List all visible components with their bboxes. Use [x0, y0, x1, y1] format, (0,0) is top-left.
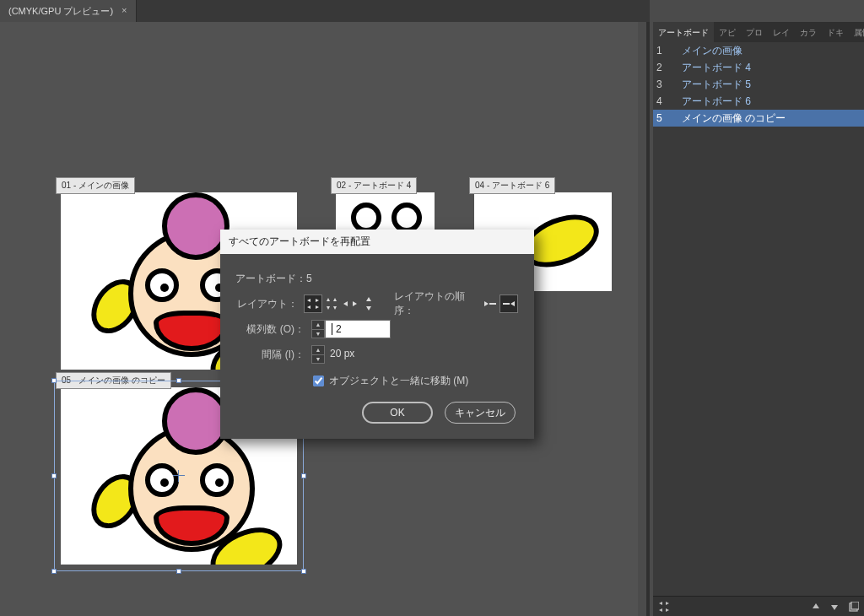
cancel-button[interactable]: キャンセル: [445, 402, 516, 424]
move-artwork-checkbox[interactable]: [313, 376, 324, 386]
artboard-list-row[interactable]: 3アートボード 5: [653, 76, 864, 93]
layout-grid-row-icon[interactable]: [305, 295, 321, 312]
svg-rect-3: [503, 303, 510, 305]
new-artboard-icon[interactable]: [849, 602, 859, 612]
panel-footer: [653, 596, 864, 616]
artboard-name: アートボード 5: [682, 78, 751, 92]
artboard-list-row[interactable]: 2アートボード 4: [653, 59, 864, 76]
artboard-number: 4: [656, 95, 682, 107]
dialog-title: すべてのアートボードを再配置: [220, 230, 534, 254]
order-label: レイアウトの順序：: [394, 289, 477, 318]
panel-tab[interactable]: レイ: [768, 22, 795, 42]
artboard-list-row[interactable]: 4アートボード 6: [653, 93, 864, 110]
document-tab-title: (CMYK/GPU プレビュー): [8, 5, 113, 18]
artboard-number: 5: [656, 112, 682, 124]
move-down-icon[interactable]: [830, 602, 839, 611]
artboard-label[interactable]: 01 - メインの画像: [56, 177, 135, 194]
selection-handle[interactable]: [51, 378, 57, 383]
chevron-up-icon[interactable]: ▲: [312, 346, 324, 355]
artboard-name: メインの画像 のコピー: [682, 111, 786, 126]
spacing-input[interactable]: 20 px: [325, 345, 391, 364]
panel-tab[interactable]: アートボード: [653, 22, 714, 42]
artboard-name: メインの画像: [682, 44, 742, 58]
rearrange-icon[interactable]: [658, 601, 670, 613]
close-icon[interactable]: ×: [122, 5, 127, 15]
selection-handle[interactable]: [51, 473, 57, 478]
artboard-list: 1メインの画像2アートボード 43アートボード 54アートボード 65メインの画…: [653, 42, 864, 127]
artboard-count-label: アートボード：5: [235, 272, 312, 286]
selection-handle[interactable]: [301, 569, 306, 574]
columns-label: 横列数 (O)：: [235, 322, 311, 337]
artboard-list-row[interactable]: 1メインの画像: [653, 42, 864, 59]
spacing-label: 間隔 (I)：: [235, 348, 311, 362]
chevron-up-icon[interactable]: ▲: [312, 321, 324, 330]
selection-handle[interactable]: [176, 378, 181, 383]
columns-stepper[interactable]: ▲▼: [311, 320, 325, 338]
columns-input[interactable]: [325, 320, 391, 338]
panel-tab[interactable]: プロ: [741, 22, 768, 42]
svg-rect-1: [851, 602, 859, 609]
chevron-down-icon[interactable]: ▼: [312, 330, 324, 338]
layout-label: レイアウト：: [235, 297, 305, 311]
document-tab[interactable]: (CMYK/GPU プレビュー) ×: [0, 0, 137, 22]
artboard-number: 2: [656, 62, 682, 73]
selection-handle[interactable]: [301, 473, 306, 478]
chevron-down-icon[interactable]: ▼: [312, 355, 324, 364]
svg-rect-2: [489, 303, 496, 305]
selection-handle[interactable]: [176, 569, 181, 574]
panel-tab[interactable]: 属性: [849, 22, 864, 42]
document-tab-bar: (CMYK/GPU プレビュー) ×: [0, 0, 650, 22]
rearrange-artboards-dialog: すべてのアートボードを再配置 アートボード：5 レイアウト： レイアウトの順序：: [220, 230, 534, 439]
move-up-icon[interactable]: [812, 602, 820, 611]
move-artwork-label: オブジェクトと一緒に移動 (M): [329, 374, 468, 388]
artboard-name: アートボード 6: [682, 95, 751, 109]
layout-grid-col-icon[interactable]: [323, 295, 340, 312]
artboard-number: 3: [656, 78, 682, 90]
artboard-label[interactable]: 02 - アートボード 4: [331, 177, 417, 194]
panel-tab-strip: アートボードアピプロレイカラドキ属性: [653, 22, 864, 42]
artboard-label[interactable]: 04 - アートボード 6: [469, 177, 555, 194]
layout-col-icon[interactable]: [360, 295, 377, 312]
order-rtl-icon[interactable]: [500, 295, 517, 312]
layout-row-icon[interactable]: [342, 295, 359, 312]
panel-tab[interactable]: アピ: [714, 22, 741, 42]
selection-handle[interactable]: [51, 569, 57, 574]
artboard-number: 1: [656, 45, 682, 57]
order-ltr-icon[interactable]: [482, 295, 499, 312]
artboards-panel: アートボードアピプロレイカラドキ属性 1メインの画像2アートボード 43アートボ…: [653, 22, 864, 616]
artboard-name: アートボード 4: [682, 61, 751, 75]
artboard-label[interactable]: 05 - メインの画像 のコピー: [56, 372, 171, 389]
ok-button[interactable]: OK: [362, 402, 433, 424]
artboard-list-row[interactable]: 5メインの画像 のコピー: [653, 110, 864, 127]
spacing-stepper[interactable]: ▲▼: [311, 345, 325, 364]
selection-center-icon[interactable]: [176, 473, 181, 478]
panel-tab[interactable]: カラ: [795, 22, 822, 42]
panel-separator[interactable]: [646, 22, 650, 616]
panel-tab[interactable]: ドキ: [822, 22, 849, 42]
